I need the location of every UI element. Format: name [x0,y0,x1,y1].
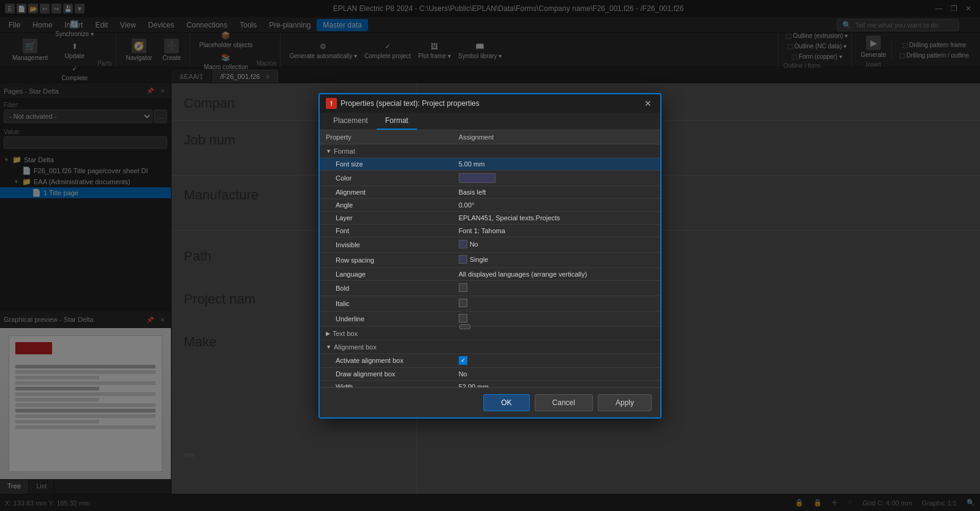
table-row[interactable]: Draw alignment boxNo [320,367,660,380]
prop-cell-assignment: Font 1: Tahoma [453,224,660,237]
table-row[interactable]: FontFont 1: Tahoma [320,224,660,237]
prop-cell-property: Bold [320,280,453,296]
table-row[interactable]: Font size5.00 mm [320,157,660,170]
color-swatch[interactable] [459,173,496,183]
prop-cell-assignment: ✓ [453,353,660,367]
prop-cell-property: Font [320,224,453,237]
table-row[interactable]: ▼ Alignment box [320,340,660,353]
prop-cell-property: Alignment [320,185,453,198]
apply-button[interactable]: Apply [598,394,652,411]
group-cell-property: ▶ Text box [320,326,453,340]
modal-footer: OK Cancel Apply [320,387,660,417]
table-row[interactable]: Invisible No [320,237,660,252]
modal-title-text: Properties (special text): Project prope… [341,99,480,108]
group-cell-property: ▼ Format [320,144,453,157]
prop-cell-assignment: 5.00 mm [453,157,660,170]
modal-titlebar: ! Properties (special text): Project pro… [320,94,660,113]
prop-cell-property: Underline [320,311,453,326]
table-row[interactable]: Underline [320,311,660,326]
table-row[interactable]: Bold [320,280,660,296]
prop-cell-property: Font size [320,157,453,170]
prop-cell-property: Italic [320,296,453,311]
modal-body: Property Assignment ▼ FormatFont size5.0… [320,130,660,387]
col-property: Property [320,130,453,144]
modal-tabs: Placement Format [320,113,660,130]
prop-cell-assignment: Single [453,252,660,267]
prop-cell-assignment [453,296,660,311]
col-assignment: Assignment [453,130,660,144]
modal-close-button[interactable]: ✕ [642,97,654,110]
prop-cell-property: Activate alignment box [320,353,453,367]
table-header-row: Property Assignment [320,130,660,144]
modal-title-left: ! Properties (special text): Project pro… [326,98,480,109]
prop-cell-property: Row spacing [320,252,453,267]
prop-cell-assignment: EPLAN451, Special texts.Projects [453,211,660,224]
prop-cell-property: Layer [320,211,453,224]
prop-cell-assignment: All displayed languages (arrange vertica… [453,267,660,280]
checkbox-unchecked[interactable] [459,299,467,307]
prop-cell-assignment [453,280,660,296]
table-row[interactable]: Activate alignment box✓ [320,353,660,367]
modal-tab-placement[interactable]: Placement [325,113,377,130]
table-row[interactable]: Width52.00 mm [320,380,660,387]
prop-cell-assignment: 0.00° [453,198,660,211]
table-row[interactable]: LanguageAll displayed languages (arrange… [320,267,660,280]
modal-overlay: ! Properties (special text): Project pro… [0,0,980,511]
checkbox-unchecked[interactable] [459,314,467,323]
group-cell-assignment [453,340,660,353]
property-table: Property Assignment ▼ FormatFont size5.0… [320,130,660,387]
cancel-button[interactable]: Cancel [535,394,593,411]
prop-cell-assignment [453,311,660,326]
table-row[interactable]: LayerEPLAN451, Special texts.Projects [320,211,660,224]
property-table-wrap[interactable]: Property Assignment ▼ FormatFont size5.0… [320,130,660,387]
prop-cell-assignment: 52.00 mm [453,380,660,387]
prop-cell-property: Angle [320,198,453,211]
prop-cell-property: Language [320,267,453,280]
prop-cell-assignment: No [453,367,660,380]
table-row[interactable]: Color [320,170,660,185]
modal-tab-format[interactable]: Format [377,113,417,130]
prop-cell-assignment [453,170,660,185]
ok-button[interactable]: OK [483,394,529,411]
prop-cell-property: Draw alignment box [320,367,453,380]
prop-cell-property: Invisible [320,237,453,252]
table-row[interactable]: Italic [320,296,660,311]
prop-cell-property: Width [320,380,453,387]
prop-cell-assignment: Basis left [453,185,660,198]
group-cell-assignment [453,326,660,340]
table-row[interactable]: AlignmentBasis left [320,185,660,198]
group-cell-assignment [453,144,660,157]
modal-title-icon: ! [326,98,337,109]
table-row[interactable]: Row spacing Single [320,252,660,267]
group-cell-property: ▼ Alignment box [320,340,453,353]
properties-modal: ! Properties (special text): Project pro… [318,93,662,419]
table-row[interactable]: Angle0.00° [320,198,660,211]
prop-cell-assignment: No [453,237,660,252]
checkbox-unchecked[interactable] [459,283,467,292]
table-row[interactable]: ▶ Text box [320,326,660,340]
prop-cell-property: Color [320,170,453,185]
checkbox-checked[interactable]: ✓ [459,356,467,365]
table-row[interactable]: ▼ Format [320,144,660,157]
